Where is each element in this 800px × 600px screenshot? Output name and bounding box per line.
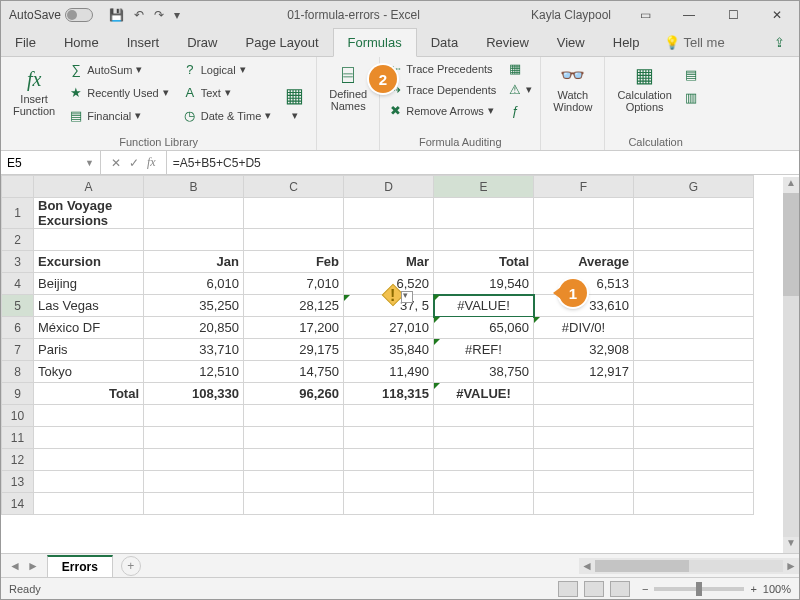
cell[interactable] (34, 229, 144, 251)
add-sheet-button[interactable]: + (121, 556, 141, 576)
date-time-button[interactable]: ◷Date & Time ▾ (181, 105, 274, 126)
cell[interactable] (634, 471, 754, 493)
cell[interactable]: 35,250 (144, 295, 244, 317)
col-header-e[interactable]: E (434, 176, 534, 198)
cell[interactable] (344, 449, 434, 471)
cell[interactable]: 27,010 (344, 317, 434, 339)
cell[interactable] (244, 198, 344, 229)
row-header[interactable]: 7 (2, 339, 34, 361)
calculation-options-button[interactable]: ▦ Calculation Options (611, 59, 677, 117)
cell[interactable] (244, 449, 344, 471)
col-header-d[interactable]: D (344, 176, 434, 198)
cell[interactable] (634, 361, 754, 383)
autosave-toggle[interactable]: AutoSave (1, 8, 101, 22)
cell[interactable] (344, 198, 434, 229)
cell[interactable] (244, 471, 344, 493)
cell[interactable] (534, 449, 634, 471)
scroll-up-icon[interactable]: ▲ (783, 177, 799, 193)
cell[interactable] (344, 471, 434, 493)
row-header[interactable]: 11 (2, 427, 34, 449)
insert-function-button[interactable]: fx Insert Function (7, 59, 61, 126)
cell[interactable]: 33,710 (144, 339, 244, 361)
qat-dropdown-icon[interactable]: ▾ (174, 8, 180, 22)
cell[interactable] (244, 427, 344, 449)
row-header[interactable]: 3 (2, 251, 34, 273)
enter-icon[interactable]: ✓ (129, 156, 139, 170)
formula-input[interactable]: =A5+B5+C5+D5 (167, 156, 799, 170)
tab-home[interactable]: Home (50, 29, 113, 56)
row-header[interactable]: 10 (2, 405, 34, 427)
cell[interactable] (534, 229, 634, 251)
cell[interactable]: 108,330 (144, 383, 244, 405)
cell[interactable]: 20,850 (144, 317, 244, 339)
normal-view-icon[interactable] (558, 581, 578, 597)
save-icon[interactable]: 💾 (109, 8, 124, 22)
cell[interactable] (534, 427, 634, 449)
tab-review[interactable]: Review (472, 29, 543, 56)
cell[interactable] (144, 449, 244, 471)
error-dropdown-icon[interactable] (401, 291, 413, 303)
row-header[interactable]: 14 (2, 493, 34, 515)
scroll-track[interactable] (783, 193, 799, 537)
row-header[interactable]: 5 (2, 295, 34, 317)
cell[interactable] (34, 405, 144, 427)
row-header[interactable]: 12 (2, 449, 34, 471)
share-button[interactable]: ⇪ (760, 29, 799, 56)
vertical-scrollbar[interactable]: ▲ ▼ (783, 177, 799, 553)
cell[interactable]: 14,750 (244, 361, 344, 383)
tab-insert[interactable]: Insert (113, 29, 174, 56)
cell[interactable] (634, 339, 754, 361)
cell[interactable]: Total (434, 251, 534, 273)
undo-icon[interactable]: ↶ (134, 8, 144, 22)
cell[interactable] (34, 449, 144, 471)
tab-draw[interactable]: Draw (173, 29, 231, 56)
scroll-left-icon[interactable]: ◄ (579, 559, 595, 573)
evaluate-formula-button[interactable]: ƒ (506, 101, 534, 120)
row-header[interactable]: 1 (2, 198, 34, 229)
zoom-out-icon[interactable]: − (642, 583, 648, 595)
cell[interactable] (634, 229, 754, 251)
cell[interactable] (434, 405, 534, 427)
cell[interactable] (144, 229, 244, 251)
trace-precedents-button[interactable]: ⇠Trace Precedents (386, 59, 498, 78)
redo-icon[interactable]: ↷ (154, 8, 164, 22)
cell[interactable] (34, 471, 144, 493)
row-header[interactable]: 13 (2, 471, 34, 493)
cell[interactable]: #DIV/0! (534, 317, 634, 339)
cell[interactable] (634, 251, 754, 273)
tab-view[interactable]: View (543, 29, 599, 56)
tab-data[interactable]: Data (417, 29, 472, 56)
cell[interactable]: Total (34, 383, 144, 405)
cell[interactable]: #VALUE! (434, 383, 534, 405)
sheet-nav-prev-icon[interactable]: ◄ (9, 559, 21, 573)
col-header-b[interactable]: B (144, 176, 244, 198)
cell[interactable]: 65,060 (434, 317, 534, 339)
cell[interactable]: Mar (344, 251, 434, 273)
recently-used-button[interactable]: ★Recently Used ▾ (67, 82, 171, 103)
cell[interactable]: Beijing (34, 273, 144, 295)
zoom-slider[interactable] (654, 587, 744, 591)
cell[interactable]: Feb (244, 251, 344, 273)
tell-me-search[interactable]: 💡 Tell me (654, 29, 735, 56)
col-header-c[interactable]: C (244, 176, 344, 198)
cell[interactable] (634, 493, 754, 515)
sheet-tab-errors[interactable]: Errors (47, 555, 113, 577)
cell[interactable]: 35,840 (344, 339, 434, 361)
cell[interactable]: Paris (34, 339, 144, 361)
cell[interactable] (434, 427, 534, 449)
tab-formulas[interactable]: Formulas (333, 28, 417, 57)
cell[interactable]: México DF (34, 317, 144, 339)
cell[interactable] (434, 493, 534, 515)
cell[interactable]: 38,750 (434, 361, 534, 383)
cell[interactable] (344, 427, 434, 449)
cell[interactable]: 29,175 (244, 339, 344, 361)
cell[interactable] (34, 493, 144, 515)
text-button[interactable]: AText ▾ (181, 82, 274, 103)
cell[interactable]: 12,917 (534, 361, 634, 383)
cell[interactable] (434, 449, 534, 471)
watch-window-button[interactable]: 👓 Watch Window (547, 59, 598, 117)
cell[interactable] (434, 198, 534, 229)
cell[interactable] (634, 317, 754, 339)
scroll-down-icon[interactable]: ▼ (783, 537, 799, 553)
cell[interactable] (144, 471, 244, 493)
